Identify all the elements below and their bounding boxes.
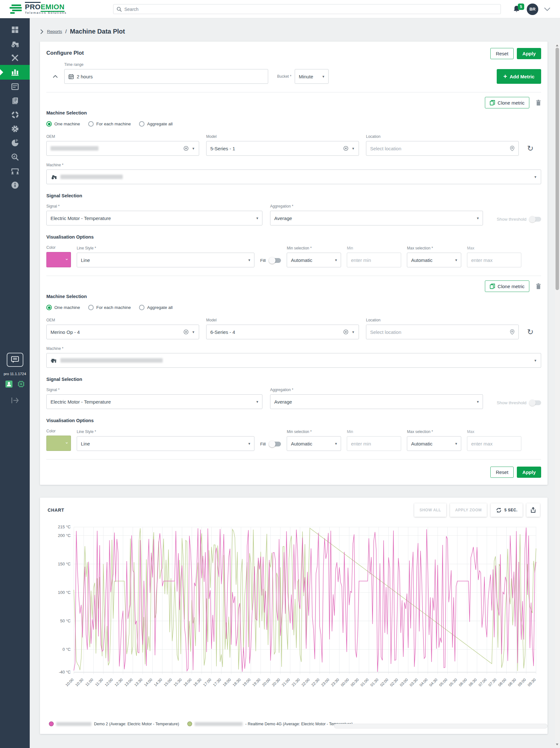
max-selection-select-2[interactable]: Automatic▼	[407, 436, 461, 451]
color-label: Color	[46, 429, 71, 433]
model-select-1[interactable]: 5-Series - 1 ▼	[206, 141, 359, 156]
fill-toggle-1[interactable]	[269, 258, 281, 263]
svg-text:00:00: 00:00	[340, 677, 350, 687]
search-input[interactable]	[124, 7, 501, 12]
sidebar-item-info[interactable]	[0, 178, 30, 192]
line-style-select-1[interactable]: Line▼	[77, 253, 254, 267]
export-chart-button[interactable]	[527, 504, 540, 517]
legend-item[interactable]: Demo 2 (Average: Electric Motor - Temper…	[49, 722, 179, 726]
notifications-bell[interactable]: 5	[513, 5, 521, 14]
clear-icon[interactable]	[343, 146, 348, 151]
caret-down-icon[interactable]: ▼	[534, 359, 537, 362]
vertical-scrollbar[interactable]	[555, 43, 560, 747]
color-picker-1[interactable]	[46, 252, 71, 267]
sidebar-item-sync[interactable]	[0, 108, 30, 122]
reset-button-top[interactable]: Reset	[490, 48, 514, 59]
sidebar-item-machines[interactable]	[0, 37, 30, 51]
logout-button[interactable]	[10, 396, 20, 406]
legend-item[interactable]: - Realtime Demo 4G (Average: Electric Mo…	[187, 722, 352, 726]
user-badge-icon[interactable]	[5, 380, 13, 388]
aggregation-select-2[interactable]: Average▼	[270, 394, 483, 409]
global-search[interactable]	[113, 4, 501, 14]
min-selection-select-1[interactable]: Automatic▼	[287, 253, 341, 267]
bucket-select[interactable]: Minute▼	[295, 69, 328, 84]
sidebar-item-settings[interactable]	[0, 122, 30, 136]
caret-down-icon[interactable]: ▼	[192, 147, 195, 150]
line-style-select-2[interactable]: Line▼	[77, 436, 254, 451]
breadcrumb-reports-link[interactable]: Reports	[47, 29, 62, 34]
fill-toggle-2[interactable]	[269, 442, 281, 446]
add-metric-button[interactable]: + Add Metric	[497, 69, 541, 84]
sidebar-item-documents[interactable]	[0, 94, 30, 108]
model-select-2[interactable]: 6-Series - 4 ▼	[206, 325, 359, 339]
caret-down-icon[interactable]: ▼	[192, 330, 195, 334]
signal-value: Electric Motor - Temperature	[50, 215, 111, 221]
min-selection-select-2[interactable]: Automatic▼	[287, 436, 341, 451]
collapse-panel-button[interactable]	[46, 69, 64, 84]
sidebar-item-planner[interactable]	[0, 79, 30, 94]
time-range-field[interactable]: 2 hours	[64, 69, 268, 84]
show-threshold-toggle-1[interactable]	[530, 217, 541, 221]
show-threshold-toggle-2[interactable]	[530, 400, 541, 405]
sidebar-item-service-tools[interactable]	[0, 51, 30, 65]
clone-metric-button-1[interactable]: Clone metric	[485, 97, 529, 109]
scroll-up-arrow-icon[interactable]	[556, 44, 558, 46]
radio-aggregate-all[interactable]: Aggregate all	[139, 121, 173, 126]
radio-for-each-machine[interactable]: For each machine	[88, 121, 131, 126]
radio-one-machine[interactable]: One machine	[46, 305, 80, 310]
chart-canvas[interactable]: 215 °C200 °C150 °C100 °C50 °C0 °C-40 °C1…	[48, 522, 540, 721]
radio-for-each-machine[interactable]: For each machine	[88, 305, 131, 310]
location-select-2[interactable]: Select location	[366, 325, 519, 339]
show-all-button[interactable]: SHOW ALL	[414, 504, 446, 517]
clear-icon[interactable]	[184, 146, 189, 151]
refresh-interval-button[interactable]: 5 SEC.	[491, 504, 522, 517]
feedback-chat-button[interactable]	[7, 353, 23, 367]
avatar[interactable]: BR	[527, 3, 538, 15]
horizontal-scrollbar[interactable]	[334, 724, 547, 728]
sidebar-item-data-search[interactable]	[0, 150, 30, 164]
color-picker-2[interactable]	[46, 436, 71, 451]
radio-one-machine[interactable]: One machine	[46, 121, 80, 126]
signal-select-1[interactable]: Electric Motor - Temperature▼	[46, 211, 262, 226]
min-input-2[interactable]	[347, 436, 401, 451]
max-input-2[interactable]	[467, 436, 521, 451]
sidebar-item-reports[interactable]	[0, 65, 30, 79]
clone-metric-button-2[interactable]: Clone metric	[485, 280, 529, 292]
oem-value: Merino Op - 4	[50, 329, 80, 335]
caret-down-icon[interactable]: ▼	[534, 175, 537, 179]
caret-down-icon[interactable]: ▼	[351, 330, 355, 334]
apply-zoom-button[interactable]: APPLY ZOOM	[450, 504, 487, 517]
reset-machine-selection-button-1[interactable]: ↻	[527, 141, 534, 156]
caret-down-icon[interactable]: ▼	[351, 147, 355, 150]
breadcrumb-chevron-icon[interactable]	[40, 29, 44, 34]
apply-button-top[interactable]: Apply	[517, 48, 541, 59]
oem-select-1[interactable]: ▼	[46, 141, 199, 156]
account-chevron-down-icon[interactable]	[544, 7, 551, 11]
location-select-1[interactable]: Select location	[366, 141, 519, 156]
delete-metric-button-2[interactable]	[536, 283, 541, 289]
sidebar-item-analytics[interactable]	[0, 136, 30, 150]
oem-select-2[interactable]: Merino Op - 4 ▼	[46, 325, 199, 339]
svg-text:0 °C: 0 °C	[63, 647, 71, 652]
sidebar-item-organisation[interactable]	[0, 164, 30, 178]
apply-button-bottom[interactable]: Apply	[517, 467, 541, 478]
signal-select-2[interactable]: Electric Motor - Temperature▼	[46, 394, 262, 409]
min-input-1[interactable]	[347, 253, 401, 267]
max-selection-select-1[interactable]: Automatic▼	[407, 253, 461, 267]
max-input-1[interactable]	[467, 253, 521, 267]
metric-section-2: Clone metric Machine Selection One machi…	[46, 276, 541, 459]
radio-aggregate-all[interactable]: Aggregate all	[139, 305, 173, 310]
aggregation-select-1[interactable]: Average▼	[270, 211, 483, 226]
clear-icon[interactable]	[343, 329, 348, 334]
machine-select-1[interactable]: ▼	[46, 169, 541, 184]
sidebar-item-dashboard[interactable]	[0, 23, 30, 37]
brand-emion: EMION	[41, 3, 65, 12]
machine-select-2[interactable]: ▼	[46, 353, 541, 368]
reset-machine-selection-button-2[interactable]: ↻	[527, 325, 534, 339]
reset-button-bottom[interactable]: Reset	[490, 467, 514, 478]
scrollbar-thumb[interactable]	[556, 48, 559, 290]
chip-icon[interactable]	[17, 380, 25, 388]
scroll-down-arrow-icon[interactable]	[556, 744, 558, 745]
clear-icon[interactable]	[184, 329, 189, 334]
delete-metric-button-1[interactable]	[536, 99, 541, 106]
